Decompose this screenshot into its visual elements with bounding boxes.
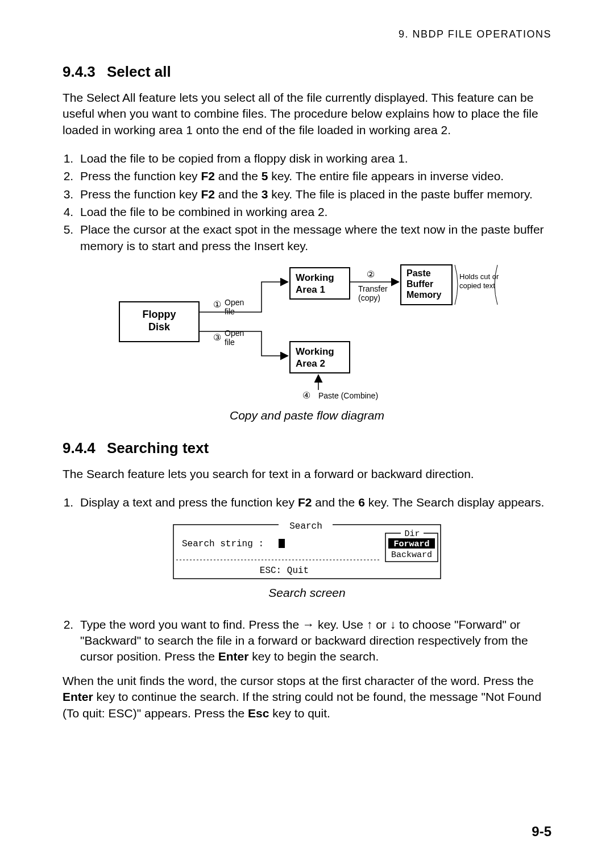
step-item: Press the function key F2 and the 3 key.…: [77, 186, 551, 202]
diagram-caption: Copy and paste flow diagram: [63, 409, 551, 422]
step-item: Load the file to be combined in working …: [77, 204, 551, 220]
step-item: Press the function key F2 and the 5 key.…: [77, 168, 551, 184]
search-caption: Search screen: [63, 586, 551, 600]
svg-text:Area 1: Area 1: [296, 284, 325, 295]
section-heading-2: 9.4.4 Searching text: [63, 439, 551, 457]
search-prompt: Search string :: [182, 539, 264, 549]
search-box-title: Search: [289, 521, 322, 531]
svg-text:Working: Working: [296, 272, 334, 283]
svg-text:Paste: Paste: [406, 268, 431, 278]
svg-text:Area 2: Area 2: [296, 358, 325, 369]
step-item: Load the file to be copied from a floppy…: [77, 151, 551, 167]
svg-text:Floppy: Floppy: [143, 309, 176, 320]
section-intro: The Select All feature lets you select a…: [63, 90, 551, 138]
dir-label: Dir: [404, 529, 420, 539]
section-title-2: Searching text: [107, 439, 209, 457]
step-item: Display a text and press the function ke…: [77, 495, 551, 510]
step-item: Type the word you want to find. Press th…: [77, 617, 551, 665]
step-marker-1: ①: [213, 300, 221, 309]
svg-text:Open: Open: [225, 329, 244, 338]
steps-list-2: Display a text and press the function ke…: [63, 495, 551, 510]
step-marker-4: ④: [302, 391, 310, 400]
step-marker-3: ③: [213, 333, 221, 342]
svg-text:(copy): (copy): [358, 293, 380, 302]
chapter-header: 9. NBDP FILE OPERATIONS: [63, 28, 551, 40]
section-heading: 9.4.3 Select all: [63, 63, 551, 81]
section-intro-2: The Search feature lets you search for t…: [63, 466, 551, 482]
page-number: 9-5: [532, 824, 551, 840]
closing-paragraph: When the unit finds the word, the cursor…: [63, 673, 551, 721]
svg-text:file: file: [225, 338, 235, 347]
search-screen-diagram: Search Search string : ESC: Quit Dir For…: [63, 519, 551, 582]
svg-text:Paste (Combine): Paste (Combine): [318, 391, 378, 400]
section-title: Select all: [107, 63, 171, 81]
svg-text:file: file: [225, 307, 235, 316]
svg-text:Buffer: Buffer: [406, 279, 433, 289]
dir-backward: Backward: [391, 550, 432, 560]
search-footer: ESC: Quit: [260, 566, 309, 576]
svg-text:Transfer: Transfer: [358, 284, 388, 293]
svg-text:Open: Open: [225, 298, 244, 307]
section-number-2: 9.4.4: [63, 439, 107, 457]
steps-list-2b: Type the word you want to find. Press th…: [63, 617, 551, 665]
step-marker-2: ②: [367, 269, 375, 279]
dir-forward: Forward: [393, 539, 429, 549]
section-number: 9.4.3: [63, 63, 107, 81]
step-item: Place the cursor at the exact spot in th…: [77, 222, 551, 254]
flow-diagram: Floppy Disk ① Open file ③ Open file Work…: [63, 262, 551, 404]
svg-text:Working: Working: [296, 346, 334, 357]
steps-list: Load the file to be copied from a floppy…: [63, 151, 551, 254]
svg-text:Disk: Disk: [148, 321, 171, 333]
svg-text:Memory: Memory: [406, 290, 441, 300]
svg-text:Holds cut or: Holds cut or: [459, 272, 499, 281]
svg-text:copied text: copied text: [459, 281, 495, 290]
cursor-block: [279, 539, 285, 548]
